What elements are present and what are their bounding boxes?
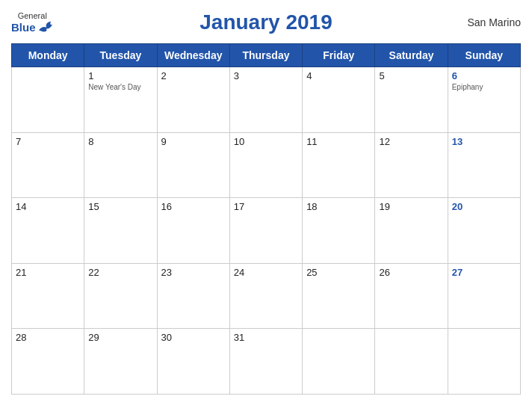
day-number: 22 xyxy=(88,267,152,278)
calendar-cell: 10 xyxy=(229,132,302,198)
day-number: 27 xyxy=(452,267,516,278)
day-number: 25 xyxy=(306,267,371,278)
calendar-cell xyxy=(303,329,375,395)
calendar-cell: 16 xyxy=(157,198,229,264)
country-label: San Marino xyxy=(467,16,521,28)
calendar-week-row: 1New Year's Day23456Epiphany xyxy=(12,67,521,133)
day-number: 9 xyxy=(161,136,226,147)
day-number: 5 xyxy=(379,70,443,81)
holiday-name: Epiphany xyxy=(452,83,516,91)
day-number: 14 xyxy=(16,201,80,212)
day-number: 3 xyxy=(234,70,298,81)
calendar-cell: 30 xyxy=(157,329,229,395)
calendar-cell: 28 xyxy=(12,329,84,395)
day-number: 12 xyxy=(379,136,443,147)
calendar-cell: 29 xyxy=(84,329,157,395)
day-number: 23 xyxy=(161,267,226,278)
calendar-week-row: 14151617181920 xyxy=(12,198,521,264)
day-number: 20 xyxy=(452,201,516,212)
calendar-cell: 27 xyxy=(448,263,520,329)
calendar-cell: 6Epiphany xyxy=(448,67,520,133)
calendar-cell: 22 xyxy=(84,263,157,329)
day-number: 21 xyxy=(16,267,80,278)
day-number: 26 xyxy=(379,267,443,278)
header-monday: Monday xyxy=(12,44,84,67)
day-number: 24 xyxy=(234,267,298,278)
day-number: 6 xyxy=(452,70,516,81)
logo-bird-icon xyxy=(37,20,54,34)
holiday-name: New Year's Day xyxy=(88,83,152,91)
calendar-cell: 2 xyxy=(157,67,229,133)
day-number: 28 xyxy=(16,332,80,343)
calendar-cell: 31 xyxy=(229,329,302,395)
calendar-cell: 17 xyxy=(229,198,302,264)
calendar-cell: 26 xyxy=(375,263,448,329)
day-number: 19 xyxy=(379,201,443,212)
day-number: 8 xyxy=(88,136,152,147)
calendar-cell: 25 xyxy=(303,263,375,329)
day-number: 15 xyxy=(88,201,152,212)
calendar-cell: 11 xyxy=(303,132,375,198)
day-number: 2 xyxy=(161,70,226,81)
calendar-cell: 1New Year's Day xyxy=(84,67,157,133)
calendar-header: General Blue January 2019 San Marino xyxy=(11,7,521,37)
calendar-week-row: 78910111213 xyxy=(12,132,521,198)
day-number: 10 xyxy=(234,136,298,147)
calendar-cell: 13 xyxy=(448,132,520,198)
day-number: 29 xyxy=(88,332,152,343)
calendar-cell: 8 xyxy=(84,132,157,198)
calendar-cell xyxy=(375,329,448,395)
day-number: 16 xyxy=(161,201,226,212)
header-saturday: Saturday xyxy=(375,44,448,67)
header-friday: Friday xyxy=(303,44,375,67)
calendar-cell: 14 xyxy=(12,198,84,264)
logo-general-text: General xyxy=(18,12,47,20)
calendar-cell xyxy=(448,329,520,395)
calendar-week-row: 28293031 xyxy=(12,329,521,395)
calendar-cell: 15 xyxy=(84,198,157,264)
calendar-cell: 21 xyxy=(12,263,84,329)
calendar-week-row: 21222324252627 xyxy=(12,263,521,329)
calendar-cell: 19 xyxy=(375,198,448,264)
calendar-cell: 24 xyxy=(229,263,302,329)
calendar-cell: 20 xyxy=(448,198,520,264)
day-number: 7 xyxy=(16,136,80,147)
weekday-header-row: Monday Tuesday Wednesday Thursday Friday… xyxy=(12,44,521,67)
calendar-cell: 7 xyxy=(12,132,84,198)
calendar-wrapper: General Blue January 2019 San Marino Mon… xyxy=(0,0,532,411)
calendar-cell xyxy=(12,67,84,133)
day-number: 1 xyxy=(88,70,152,81)
generalblue-logo: General Blue xyxy=(11,12,54,34)
calendar-cell: 3 xyxy=(229,67,302,133)
header-thursday: Thursday xyxy=(229,44,302,67)
calendar-cell: 23 xyxy=(157,263,229,329)
calendar-cell: 5 xyxy=(375,67,448,133)
day-number: 11 xyxy=(306,136,371,147)
calendar-cell: 12 xyxy=(375,132,448,198)
logo-blue-text: Blue xyxy=(11,21,36,32)
header-wednesday: Wednesday xyxy=(157,44,229,67)
calendar-title: January 2019 xyxy=(200,10,332,34)
day-number: 31 xyxy=(234,332,298,343)
day-number: 18 xyxy=(306,201,371,212)
day-number: 13 xyxy=(452,136,516,147)
header-sunday: Sunday xyxy=(448,44,520,67)
calendar-cell: 9 xyxy=(157,132,229,198)
calendar-table: Monday Tuesday Wednesday Thursday Friday… xyxy=(11,43,521,395)
calendar-cell: 4 xyxy=(303,67,375,133)
calendar-cell: 18 xyxy=(303,198,375,264)
day-number: 4 xyxy=(306,70,371,81)
day-number: 30 xyxy=(161,332,226,343)
header-tuesday: Tuesday xyxy=(84,44,157,67)
day-number: 17 xyxy=(234,201,298,212)
